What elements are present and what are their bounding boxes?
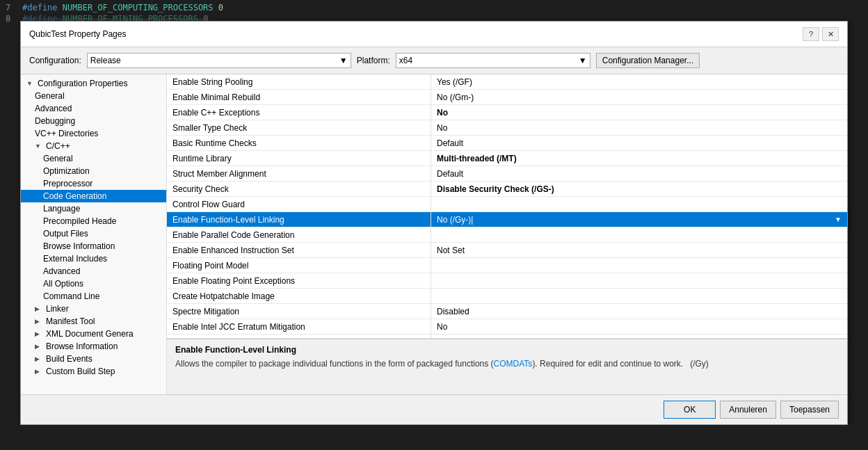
apply-button[interactable]: Toepassen [780, 401, 839, 419]
prop-value-float-exceptions [431, 273, 847, 288]
prop-value-runtime-checks: Default [431, 136, 847, 150]
prop-name-cpp-exceptions: Enable C++ Exceptions [167, 105, 431, 120]
prop-value-smaller-type: No [431, 120, 847, 135]
prop-value-float-model [431, 258, 847, 273]
code-text-7: #define NUMBER_OF_COMPUTING_PROCESSORS 0 [22, 3, 223, 13]
sidebar-item-browse-info[interactable]: ▶ Browse Information [21, 340, 166, 353]
prop-name-hotpatch: Create Hotpatchable Image [167, 289, 431, 303]
title-bar-buttons: ? ✕ [803, 27, 839, 41]
prop-value-security-check: Disable Security Check (/GS-) [431, 182, 847, 196]
sidebar-item-cpp-general[interactable]: General [21, 152, 166, 165]
expand-icon-linker: ▶ [35, 305, 43, 312]
sidebar-label-cpp-browse: Browse Information [43, 241, 115, 251]
sidebar-label-cpp-optimization: Optimization [43, 166, 90, 176]
prop-row-string-pooling[interactable]: Enable String Pooling Yes (/GF) [167, 74, 847, 90]
close-button[interactable]: ✕ [822, 27, 839, 41]
function-level-dropdown-arrow[interactable]: ▼ [835, 216, 842, 223]
sidebar-item-custom-build[interactable]: ▶ Custom Build Step [21, 365, 166, 378]
gy-flag: (/Gy) [690, 359, 709, 369]
sidebar-item-cpp-language[interactable]: Language [21, 202, 166, 215]
sidebar-label-manifest-tool: Manifest Tool [46, 316, 95, 326]
config-manager-button[interactable]: Configuration Manager... [596, 53, 700, 68]
sidebar-item-vcdirs[interactable]: VC++ Directories [21, 127, 166, 140]
prop-row-minimal-rebuild[interactable]: Enable Minimal Rebuild No (/Gm-) [167, 90, 847, 105]
sidebar-item-cpp-external[interactable]: External Includes [21, 252, 166, 265]
sidebar-item-cpp-precompiled[interactable]: Precompiled Heade [21, 215, 166, 227]
help-button[interactable]: ? [803, 27, 819, 41]
sidebar-item-cpp-alloptions[interactable]: All Options [21, 278, 166, 290]
prop-row-float-model[interactable]: Floating Point Model [167, 258, 847, 273]
prop-name-float-exceptions: Enable Floating Point Exceptions [167, 273, 431, 288]
sidebar-item-advanced[interactable]: Advanced [21, 102, 166, 115]
sidebar-label-cpp-output: Output Files [43, 229, 88, 239]
expand-icon-xml: ▶ [35, 330, 43, 337]
prop-row-float-exceptions[interactable]: Enable Floating Point Exceptions [167, 273, 847, 289]
footer: OK Annuleren Toepassen [21, 394, 847, 424]
prop-value-hotpatch [431, 289, 847, 303]
description-title: Enable Function-Level Linking [175, 345, 839, 355]
prop-row-security-check[interactable]: Security Check Disable Security Check (/… [167, 182, 847, 197]
sidebar-item-cpp-codegen[interactable]: Code Generation [21, 190, 166, 202]
sidebar-label-cpp-advanced: Advanced [43, 266, 80, 276]
properties-area: Enable String Pooling Yes (/GF) Enable M… [167, 74, 847, 394]
prop-row-hotpatch[interactable]: Create Hotpatchable Image [167, 289, 847, 304]
sidebar-label-vcdirs: VC++ Directories [35, 129, 98, 138]
sidebar-label-advanced: Advanced [35, 104, 72, 113]
sidebar-item-linker[interactable]: ▶ Linker [21, 303, 166, 315]
prop-name-struct-alignment: Struct Member Alignment [167, 166, 431, 181]
function-level-value: No (/Gy-)| [437, 215, 473, 225]
prop-row-spectre[interactable]: Spectre Mitigation Disabled [167, 304, 847, 319]
prop-name-runtime-library: Runtime Library [167, 151, 431, 166]
sidebar-label-cpp-external: External Includes [43, 254, 107, 264]
prop-name-jcc: Enable Intel JCC Erratum Mitigation [167, 319, 431, 334]
prop-row-enhanced-instr[interactable]: Enable Enhanced Instruction Set Not Set [167, 243, 847, 258]
sidebar-label-cpp-preprocessor: Preprocessor [43, 179, 93, 188]
sidebar-item-cpp-cmdline[interactable]: Command Line [21, 290, 166, 303]
prop-value-jcc: No [431, 319, 847, 334]
prop-row-cpp-exceptions[interactable]: Enable C++ Exceptions No [167, 105, 847, 120]
sidebar-label-cpp-codegen: Code Generation [43, 191, 106, 201]
sidebar-item-xml-doc[interactable]: ▶ XML Document Genera [21, 328, 166, 340]
property-pages-dialog: QubicTest Property Pages ? ✕ Configurati… [20, 21, 848, 425]
line-number-8: 8 [6, 14, 17, 24]
line-number-7: 7 [6, 3, 17, 13]
sidebar-item-build-events[interactable]: ▶ Build Events [21, 353, 166, 365]
platform-value: x64 [399, 56, 412, 65]
prop-row-control-flow[interactable]: Control Flow Guard [167, 197, 847, 212]
properties-table: Enable String Pooling Yes (/GF) Enable M… [167, 74, 847, 339]
sidebar-item-cpp-preprocessor[interactable]: Preprocessor [21, 177, 166, 190]
sidebar-label-custom-build: Custom Build Step [46, 367, 115, 376]
sidebar-item-cpp-optimization[interactable]: Optimization [21, 165, 166, 177]
description-area: Enable Function-Level Linking Allows the… [167, 339, 847, 394]
sidebar-item-cpp-output[interactable]: Output Files [21, 227, 166, 240]
sidebar-item-cpp-browse[interactable]: Browse Information [21, 240, 166, 252]
platform-label: Platform: [357, 56, 390, 65]
toolbar: Configuration: Release ▼ Platform: x64 ▼… [21, 47, 847, 74]
sidebar-label-cpp-general: General [43, 154, 73, 163]
config-select[interactable]: Release ▼ [87, 53, 351, 68]
prop-row-runtime-checks[interactable]: Basic Runtime Checks Default [167, 136, 847, 151]
sidebar-item-debugging[interactable]: Debugging [21, 115, 166, 127]
sidebar-item-cpp[interactable]: ▼ C/C++ [21, 140, 166, 152]
prop-row-runtime-library[interactable]: Runtime Library Multi-threaded (/MT) [167, 151, 847, 166]
ok-button[interactable]: OK [664, 401, 716, 419]
config-dropdown-arrow: ▼ [339, 56, 348, 65]
prop-row-parallel-codegen[interactable]: Enable Parallel Code Generation [167, 227, 847, 243]
prop-row-smaller-type[interactable]: Smaller Type Check No [167, 120, 847, 136]
platform-dropdown-arrow: ▼ [579, 56, 587, 65]
platform-select[interactable]: x64 ▼ [396, 53, 590, 68]
comdat-link: COMDATs [494, 359, 533, 369]
prop-row-jcc[interactable]: Enable Intel JCC Erratum Mitigation No [167, 319, 847, 335]
expand-icon-manifest: ▶ [35, 318, 43, 325]
prop-row-function-level[interactable]: Enable Function-Level Linking No (/Gy-)|… [167, 212, 847, 227]
prop-name-parallel-codegen: Enable Parallel Code Generation [167, 227, 431, 242]
sidebar-item-config-properties[interactable]: ▼ Configuration Properties [21, 77, 166, 90]
sidebar-item-cpp-advanced[interactable]: Advanced [21, 265, 166, 278]
sidebar-item-manifest-tool[interactable]: ▶ Manifest Tool [21, 315, 166, 328]
prop-name-smaller-type: Smaller Type Check [167, 120, 431, 135]
prop-name-function-level: Enable Function-Level Linking [167, 212, 431, 227]
cancel-button[interactable]: Annuleren [720, 401, 776, 419]
sidebar-label-browse-info: Browse Information [46, 341, 118, 351]
prop-row-struct-alignment[interactable]: Struct Member Alignment Default [167, 166, 847, 182]
sidebar-item-general[interactable]: General [21, 90, 166, 102]
